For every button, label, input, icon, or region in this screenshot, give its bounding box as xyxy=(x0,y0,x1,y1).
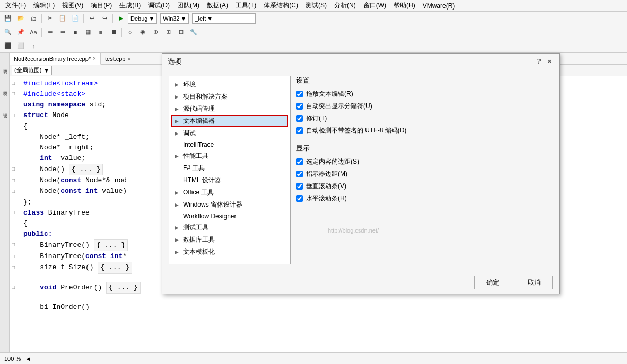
tb2-btn12[interactable]: ⊕ xyxy=(150,26,161,38)
tree-item-7[interactable]: F# 工具 xyxy=(171,162,288,174)
ok-button[interactable]: 确定 xyxy=(474,276,511,289)
tree-arrow-10: ▶ xyxy=(175,202,181,208)
dialog-controls: ? × xyxy=(535,57,554,66)
tb2-btn9[interactable]: ≣ xyxy=(108,26,119,38)
tree-label-13: 数据库工具 xyxy=(183,235,215,244)
tree-item-0[interactable]: ▶ 环境 xyxy=(171,78,288,91)
toolbar-btn-undo[interactable]: ↩ xyxy=(86,13,98,24)
expander-17[interactable]: □ xyxy=(12,253,19,261)
target-dropdown[interactable]: _left ▼ xyxy=(192,13,256,24)
menu-item-1[interactable]: 编辑(E) xyxy=(30,0,58,11)
tb2-btn11[interactable]: ◉ xyxy=(137,26,149,38)
toolbar-btn-3[interactable]: 🗂 xyxy=(28,13,39,24)
tb3-btn2[interactable]: ⬜ xyxy=(15,40,27,52)
left-panel-icon-3[interactable]: 调试 xyxy=(1,100,8,121)
tree-item-5[interactable]: IntelliTrace xyxy=(171,139,288,150)
tree-item-2[interactable]: ▶ 源代码管理 xyxy=(171,103,288,115)
expander-10[interactable]: □ xyxy=(12,177,19,185)
toolbar-btn-paste[interactable]: 📄 xyxy=(69,13,81,24)
left-panel-icon-1[interactable]: 资源 xyxy=(1,55,8,76)
menu-item-7[interactable]: 数据(A) xyxy=(204,0,231,11)
checkbox-7[interactable] xyxy=(296,195,303,202)
tb3-btn3[interactable]: ↑ xyxy=(28,40,39,52)
scroll-left-btn[interactable]: ◄ xyxy=(25,356,31,362)
tb2-btn13[interactable]: ⊞ xyxy=(162,26,174,38)
toolbar-btn-play[interactable]: ▶ xyxy=(115,13,127,24)
expander-2[interactable]: □ xyxy=(12,90,19,99)
tree-item-9[interactable]: ▶ Office 工具 xyxy=(171,187,288,199)
expander-4[interactable]: □ xyxy=(12,112,19,120)
tb2-btn8[interactable]: ≡ xyxy=(95,26,107,38)
expander-1[interactable]: □ xyxy=(12,79,19,88)
checkbox-2[interactable] xyxy=(296,115,303,122)
tree-item-6[interactable]: ▶ 性能工具 xyxy=(171,150,288,162)
debug-mode-dropdown[interactable]: Debug ▼ xyxy=(128,13,157,24)
expander-16[interactable]: □ xyxy=(12,241,19,250)
menu-item-6[interactable]: 团队(M) xyxy=(174,0,203,11)
expander-11[interactable]: □ xyxy=(12,188,19,196)
tab-0-close[interactable]: × xyxy=(93,56,96,61)
menu-item-10[interactable]: 测试(S) xyxy=(302,0,330,11)
dialog-help-btn[interactable]: ? xyxy=(535,57,543,66)
dialog-close-btn[interactable]: × xyxy=(545,57,554,66)
cancel-button[interactable]: 取消 xyxy=(516,276,553,289)
tb2-btn7[interactable]: ▦ xyxy=(82,26,94,38)
checkbox-4[interactable] xyxy=(296,158,303,165)
tb3-btn1[interactable]: ⬛ xyxy=(2,40,14,52)
menu-item-11[interactable]: 分析(N) xyxy=(331,0,359,11)
tb2-btn2[interactable]: 📌 xyxy=(15,26,27,38)
tree-item-12[interactable]: ▶ 测试工具 xyxy=(171,221,288,234)
checkbox-0[interactable] xyxy=(296,91,303,97)
tree-item-4[interactable]: ▶ 调试 xyxy=(171,127,288,139)
expander-9[interactable]: □ xyxy=(12,165,19,174)
toolbar-btn-cut[interactable]: ✂ xyxy=(44,13,56,24)
menu-item-14[interactable]: VMware(R) xyxy=(420,1,458,11)
expander-20[interactable]: □ xyxy=(12,283,19,292)
tb2-btn15[interactable]: 🔧 xyxy=(188,26,199,38)
toolbar-btn-1[interactable]: 💾 xyxy=(2,13,14,24)
menu-item-8[interactable]: 工具(T) xyxy=(232,0,259,11)
menu-item-2[interactable]: 视图(V) xyxy=(59,0,86,11)
checkbox-1[interactable] xyxy=(296,103,303,110)
tb2-btn10[interactable]: ○ xyxy=(124,26,136,38)
tree-label-3: 文本编辑器 xyxy=(183,117,215,126)
toolbar-row3: ⬛ ⬜ ↑ xyxy=(0,39,627,53)
menu-item-4[interactable]: 生成(B) xyxy=(116,0,144,11)
menu-item-3[interactable]: 项目(P) xyxy=(88,0,115,11)
checkbox-5[interactable] xyxy=(296,171,303,177)
tree-item-13[interactable]: ▶ 数据库工具 xyxy=(171,234,288,246)
tree-item-3[interactable]: ▶ 文本编辑器 xyxy=(171,115,288,127)
checkbox-6[interactable] xyxy=(296,183,303,190)
menu-item-12[interactable]: 窗口(W) xyxy=(360,0,389,11)
menu-item-0[interactable]: 文件(F) xyxy=(2,0,29,11)
tb2-btn3[interactable]: Aa xyxy=(28,26,39,38)
platform-dropdown[interactable]: Win32 ▼ xyxy=(160,13,189,24)
tree-item-1[interactable]: ▶ 项目和解决方案 xyxy=(171,91,288,103)
menu-item-13[interactable]: 帮助(H) xyxy=(390,0,419,11)
tab-1-close[interactable]: × xyxy=(127,56,130,62)
menu-item-5[interactable]: 调试(D) xyxy=(145,0,173,11)
toolbar-btn-copy[interactable]: 📋 xyxy=(57,13,68,24)
expander-18[interactable]: □ xyxy=(12,264,19,272)
tb2-btn14[interactable]: ⊟ xyxy=(175,26,187,38)
tree-item-11[interactable]: Workflow Designer xyxy=(171,211,288,221)
scope-arrow: ▼ xyxy=(43,67,49,74)
tb2-btn1[interactable]: 🔍 xyxy=(2,26,14,38)
scope-dropdown[interactable]: (全局范围) ▼ xyxy=(12,66,52,75)
tree-item-14[interactable]: ▶ 文本模板化 xyxy=(171,246,288,258)
tb2-btn4[interactable]: ⬅ xyxy=(44,26,56,38)
tree-arrow-8 xyxy=(175,177,181,183)
tab-0[interactable]: NotRecursionBinaryTree.cpp* × xyxy=(10,53,101,65)
expander-13[interactable]: □ xyxy=(12,209,19,217)
tb2-btn5[interactable]: ➡ xyxy=(57,26,68,38)
tab-1[interactable]: test.cpp × xyxy=(101,53,135,65)
left-panel-icon-2[interactable]: 视图 xyxy=(1,77,8,99)
toolbar-btn-redo[interactable]: ↪ xyxy=(99,13,110,24)
checkbox-3[interactable] xyxy=(296,127,303,134)
tree-arrow-13: ▶ xyxy=(175,237,181,243)
tree-item-8[interactable]: HTML 设计器 xyxy=(171,174,288,187)
toolbar-btn-2[interactable]: 📂 xyxy=(15,13,27,24)
tb2-btn6[interactable]: ■ xyxy=(69,26,81,38)
tree-item-10[interactable]: ▶ Windows 窗体设计器 xyxy=(171,199,288,211)
menu-item-9[interactable]: 体系结构(C) xyxy=(260,0,301,11)
